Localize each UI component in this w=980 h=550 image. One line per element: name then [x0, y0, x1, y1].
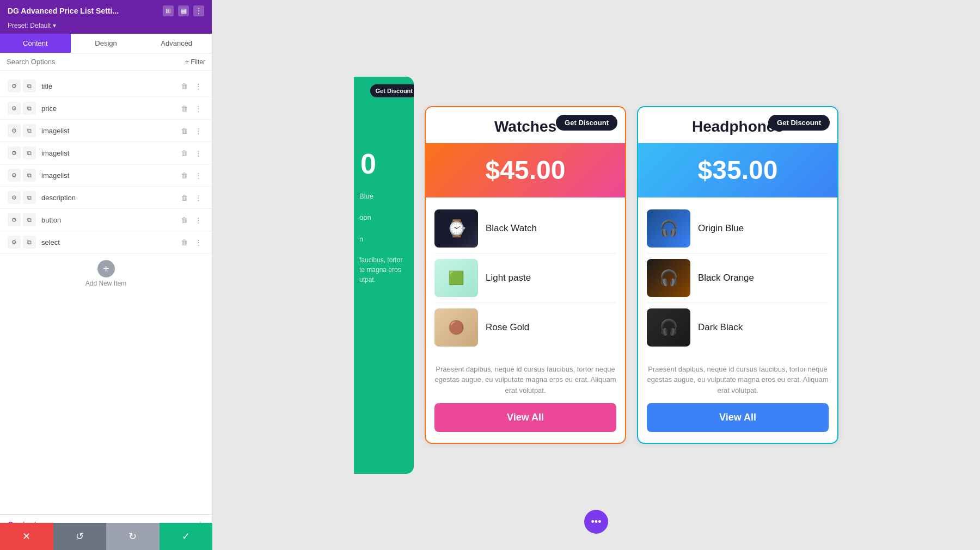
add-new-item[interactable]: + Add New Item: [0, 254, 212, 294]
layout-icon[interactable]: ▦: [178, 5, 189, 16]
item-label: select: [41, 238, 173, 246]
dots-icon[interactable]: ⋮: [192, 80, 204, 92]
trash-icon[interactable]: 🗑: [178, 169, 190, 181]
gear-icon[interactable]: ⚙: [8, 79, 21, 92]
item-icons: ⚙ ⧉: [8, 191, 36, 204]
headphones-items: 🎧 Origin Blue 🎧 Black Orange 🎧 Dark Blac…: [638, 197, 837, 359]
dots-icon[interactable]: ⋮: [192, 214, 204, 226]
headphones-view-all-button[interactable]: View All: [647, 403, 829, 432]
window-icon[interactable]: ⊞: [163, 5, 174, 16]
copy-icon[interactable]: ⧉: [23, 79, 36, 92]
item-label: title: [41, 82, 173, 90]
sidebar-header: DG Advanced Price List Setti... ⊞ ▦ ⋮: [0, 0, 212, 22]
copy-icon[interactable]: ⧉: [23, 124, 36, 137]
tab-design[interactable]: Design: [71, 34, 142, 53]
item-label: price: [41, 104, 173, 113]
preset-bar[interactable]: Preset: Default ▾: [0, 22, 212, 34]
list-item: ⚙ ⧉ imagelist 🗑 ⋮: [0, 164, 212, 187]
watch3-thumb: 🟤: [434, 308, 478, 347]
headphones-item-3: 🎧 Dark Black: [647, 303, 829, 352]
watches-badge[interactable]: Get Discount: [556, 115, 617, 131]
partial-price: 0: [360, 147, 407, 180]
redo-button[interactable]: ↻: [106, 523, 160, 550]
item-icons: ⚙ ⧉: [8, 102, 36, 115]
copy-icon[interactable]: ⧉: [23, 169, 36, 182]
gear-icon[interactable]: ⚙: [8, 213, 21, 226]
headphones-item-1: 🎧 Origin Blue: [647, 204, 829, 254]
dots-icon[interactable]: ⋮: [192, 169, 204, 181]
trash-icon[interactable]: 🗑: [178, 214, 190, 226]
copy-icon[interactable]: ⧉: [23, 191, 36, 204]
watches-view-all-button[interactable]: View All: [434, 403, 616, 432]
trash-icon[interactable]: 🗑: [178, 191, 190, 203]
watches-items: ⌚ Black Watch 🟩 Light paste 🟤 Rose Gold: [426, 197, 625, 359]
list-item: ⚙ ⧉ description 🗑 ⋮: [0, 187, 212, 209]
item-label: button: [41, 216, 173, 224]
add-new-label: Add New Item: [85, 280, 126, 287]
tabs-row: Content Design Advanced: [0, 34, 212, 53]
gear-icon[interactable]: ⚙: [8, 191, 21, 204]
dots-icon[interactable]: ⋮: [192, 125, 204, 137]
headphones-price: $35.00: [698, 155, 778, 185]
dots-icon[interactable]: ⋮: [192, 191, 204, 203]
gear-icon[interactable]: ⚙: [8, 146, 21, 159]
sidebar: DG Advanced Price List Setti... ⊞ ▦ ⋮ Pr…: [0, 0, 212, 550]
copy-icon[interactable]: ⧉: [23, 146, 36, 159]
item-actions: 🗑 ⋮: [178, 147, 204, 159]
item-actions: 🗑 ⋮: [178, 80, 204, 92]
trash-icon[interactable]: 🗑: [178, 80, 190, 92]
hp3-name: Dark Black: [698, 322, 743, 333]
search-input[interactable]: [7, 58, 181, 66]
watches-item-3: 🟤 Rose Gold: [434, 303, 616, 352]
trash-icon[interactable]: 🗑: [178, 102, 190, 114]
gear-icon[interactable]: ⚙: [8, 169, 21, 182]
list-item: ⚙ ⧉ select 🗑 ⋮: [0, 231, 212, 254]
bottom-bar: ✕ ↺ ↻ ✓: [0, 523, 212, 550]
trash-icon[interactable]: 🗑: [178, 236, 190, 248]
item-label: description: [41, 194, 173, 202]
watch3-name: Rose Gold: [486, 322, 529, 333]
dots-icon[interactable]: ⋮: [192, 102, 204, 114]
undo-button[interactable]: ↺: [53, 523, 107, 550]
filter-button[interactable]: + Filter: [185, 58, 205, 66]
items-list: ⚙ ⧉ title 🗑 ⋮ ⚙ ⧉ price 🗑 ⋮ ⚙: [0, 71, 212, 514]
copy-icon[interactable]: ⧉: [23, 102, 36, 115]
tab-content[interactable]: Content: [0, 34, 71, 53]
partial-card-badge[interactable]: Get Discount: [370, 84, 414, 97]
list-item: ⚙ ⧉ button 🗑 ⋮: [0, 209, 212, 231]
trash-icon[interactable]: 🗑: [178, 125, 190, 137]
item-icons: ⚙ ⧉: [8, 146, 36, 159]
gear-icon[interactable]: ⚙: [8, 236, 21, 249]
more-icon[interactable]: ⋮: [193, 5, 204, 16]
trash-icon[interactable]: 🗑: [178, 147, 190, 159]
sidebar-title: DG Advanced Price List Setti...: [8, 7, 158, 15]
watch1-thumb: ⌚: [434, 209, 478, 248]
copy-icon[interactable]: ⧉: [23, 213, 36, 226]
copy-icon[interactable]: ⧉: [23, 236, 36, 249]
dots-menu-button[interactable]: •••: [584, 510, 608, 534]
tab-advanced[interactable]: Advanced: [141, 34, 212, 53]
gear-icon[interactable]: ⚙: [8, 102, 21, 115]
item-actions: 🗑 ⋮: [178, 169, 204, 181]
watches-price: $45.00: [486, 155, 566, 185]
save-button[interactable]: ✓: [160, 523, 213, 550]
list-item: ⚙ ⧉ title 🗑 ⋮: [0, 75, 212, 97]
headphones-item-2: 🎧 Black Orange: [647, 254, 829, 303]
item-actions: 🗑 ⋮: [178, 102, 204, 114]
item-actions: 🗑 ⋮: [178, 125, 204, 137]
search-row: + Filter: [0, 53, 212, 71]
gear-icon[interactable]: ⚙: [8, 124, 21, 137]
dots-icon[interactable]: ⋮: [192, 236, 204, 248]
headphones-badge[interactable]: Get Discount: [768, 115, 830, 131]
item-icons: ⚙ ⧉: [8, 213, 36, 226]
item-icons: ⚙ ⧉: [8, 79, 36, 92]
dots-icon[interactable]: ⋮: [192, 147, 204, 159]
item-actions: 🗑 ⋮: [178, 214, 204, 226]
main-content: Get Discount 0 Blue oon n faucibus, tort…: [212, 0, 980, 550]
item-actions: 🗑 ⋮: [178, 191, 204, 203]
watches-title: Watches: [494, 118, 556, 135]
cancel-button[interactable]: ✕: [0, 523, 53, 550]
watches-description: Praesent dapibus, neque id cursus faucib…: [426, 359, 625, 404]
item-icons: ⚙ ⧉: [8, 124, 36, 137]
list-item: ⚙ ⧉ imagelist 🗑 ⋮: [0, 120, 212, 142]
